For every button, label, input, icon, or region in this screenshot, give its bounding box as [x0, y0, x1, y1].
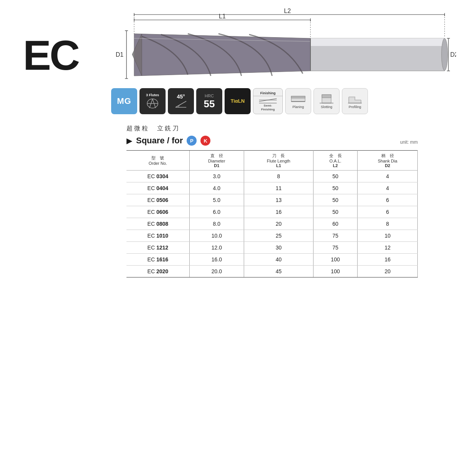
cell-d2: 16 [358, 254, 418, 266]
table-row: EC 0506 5.0 13 50 6 [126, 194, 418, 206]
product-title: Square / for [136, 136, 183, 146]
cell-d1: 3.0 [189, 171, 244, 182]
badge-k-material: K [200, 136, 210, 146]
planing-icon [290, 93, 307, 105]
cell-l2: 50 [313, 194, 358, 206]
cell-l2: 100 [313, 266, 358, 277]
col-header-d1: 直 径 Diameter D1 [189, 151, 244, 171]
cell-d2: 4 [358, 171, 418, 182]
col-header-d2: 柄 径 Shank Dia D2 [358, 151, 418, 171]
svg-rect-20 [310, 38, 445, 46]
svg-text:D1: D1 [116, 51, 124, 58]
slotting-icon [318, 93, 335, 105]
cell-d2: 8 [358, 218, 418, 230]
badge-profiling: Profiling [342, 88, 368, 114]
tool-diagram: L2 L1 D1 D2 [111, 8, 456, 88]
finishing-icon [258, 97, 277, 104]
cell-order: EC 1010 [126, 230, 189, 242]
cell-l1: 25 [244, 230, 314, 242]
content-section: 超微粒 立銑刀 ▶ Square / for P K unit: mm 型 號 … [126, 125, 418, 277]
table-row: EC 0808 8.0 20 60 8 [126, 218, 418, 230]
table-row: EC 0404 4.0 11 50 4 [126, 182, 418, 194]
svg-rect-40 [322, 95, 331, 98]
table-row: EC 1616 16.0 40 100 16 [126, 254, 418, 266]
cell-d1: 10.0 [189, 230, 244, 242]
cell-l1: 30 [244, 242, 314, 254]
table-row: EC 0606 6.0 16 50 6 [126, 206, 418, 218]
svg-text:L2: L2 [284, 8, 291, 14]
feature-badges: MG 3 Flutes 45° HRC 55 TiαLN Finishing [111, 88, 368, 114]
cell-l2: 50 [313, 171, 358, 182]
badge-hrc55: HRC 55 [196, 88, 222, 114]
table-row: EC 1010 10.0 25 75 10 [126, 230, 418, 242]
col-header-order: 型 號 Order No. [126, 151, 189, 171]
table-body: EC 0304 3.0 8 50 4 EC 0404 4.0 11 50 4 E… [126, 171, 418, 277]
profiling-icon [346, 93, 363, 105]
cell-l1: 13 [244, 194, 314, 206]
svg-text:L1: L1 [219, 13, 226, 20]
cell-d2: 6 [358, 206, 418, 218]
badge-slotting: Slotting [314, 88, 340, 114]
cell-d1: 6.0 [189, 206, 244, 218]
cell-order: EC 0404 [126, 182, 189, 194]
cell-order: EC 0304 [126, 171, 189, 182]
unit-label: unit: mm [400, 140, 418, 146]
col-header-l2: 全 長 O.A.L. L2 [313, 151, 358, 171]
badge-3flutes: 3 Flutes [140, 88, 166, 114]
cell-order: EC 1616 [126, 254, 189, 266]
cell-d1: 20.0 [189, 266, 244, 277]
cell-order: EC 0506 [126, 194, 189, 206]
flutes-icon [146, 98, 159, 109]
cell-l1: 16 [244, 206, 314, 218]
cell-l1: 40 [244, 254, 314, 266]
svg-rect-37 [291, 96, 305, 98]
table-row: EC 0304 3.0 8 50 4 [126, 171, 418, 182]
col-header-l1: 刀 長 Flute Length L1 [244, 151, 314, 171]
cell-d1: 5.0 [189, 194, 244, 206]
cell-l2: 60 [313, 218, 358, 230]
cell-l1: 45 [244, 266, 314, 277]
svg-line-32 [176, 101, 186, 107]
cell-order: EC 1212 [126, 242, 189, 254]
cell-d2: 20 [358, 266, 418, 277]
chinese-subtitle: 超微粒 立銑刀 [126, 125, 418, 133]
product-logo: EC [23, 31, 79, 79]
cell-d2: 12 [358, 242, 418, 254]
table-row: EC 2020 20.0 45 100 20 [126, 266, 418, 277]
triangle-icon: ▶ [126, 136, 132, 145]
cell-d1: 4.0 [189, 182, 244, 194]
cell-l2: 75 [313, 242, 358, 254]
cell-l1: 8 [244, 171, 314, 182]
cell-order: EC 2020 [126, 266, 189, 277]
cell-d1: 16.0 [189, 254, 244, 266]
cell-l2: 100 [313, 254, 358, 266]
cell-d2: 4 [358, 182, 418, 194]
cell-d1: 12.0 [189, 242, 244, 254]
badge-tialn: TiαLN [225, 88, 251, 114]
cell-d2: 6 [358, 194, 418, 206]
cell-l2: 75 [313, 230, 358, 242]
svg-text:D2: D2 [450, 51, 456, 58]
badge-finishing: Finishing Semi- Finishing [253, 88, 283, 114]
table-header-row: 型 號 Order No. 直 径 Diameter D1 刀 長 Flute … [126, 151, 418, 171]
product-title-row: ▶ Square / for P K unit: mm [126, 136, 418, 146]
angle-icon [174, 100, 188, 109]
cell-d1: 8.0 [189, 218, 244, 230]
badge-mg: MG [111, 88, 137, 114]
svg-point-21 [442, 38, 448, 71]
cell-l2: 50 [313, 206, 358, 218]
badge-p-material: P [187, 136, 197, 146]
badge-planing: Planing [285, 88, 311, 114]
cell-d2: 10 [358, 230, 418, 242]
table-row: EC 1212 12.0 30 75 12 [126, 242, 418, 254]
cell-l1: 20 [244, 218, 314, 230]
cell-order: EC 0606 [126, 206, 189, 218]
spec-table: 型 號 Order No. 直 径 Diameter D1 刀 長 Flute … [126, 150, 418, 277]
cell-l2: 50 [313, 182, 358, 194]
badge-45deg: 45° [168, 88, 194, 114]
cell-order: EC 0808 [126, 218, 189, 230]
cell-l1: 11 [244, 182, 314, 194]
